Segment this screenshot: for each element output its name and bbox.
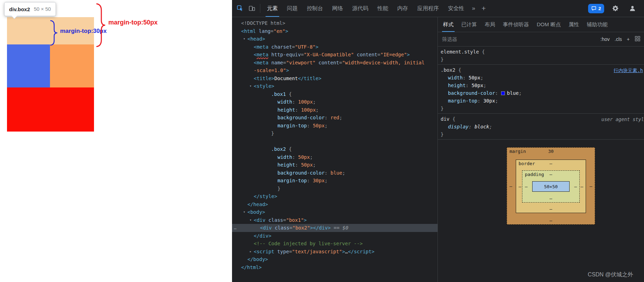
styles-tab-属性[interactable]: 属性 [565, 17, 583, 32]
css-declaration[interactable]: display: block; [438, 123, 644, 131]
css-property-name[interactable]: background-color [448, 90, 495, 96]
dom-tree-line[interactable]: margin-top: 50px; [232, 122, 437, 130]
padding-top-value[interactable]: – [522, 172, 579, 177]
dom-tree-line[interactable]: -scale=1.0"> [232, 66, 437, 75]
expand-arrow-icon[interactable]: ▸ [248, 248, 253, 256]
devtools-tab-元素[interactable]: 元素 [262, 0, 282, 17]
stylesheet-link[interactable]: 行内块元素.h [614, 66, 643, 74]
dom-tree-line[interactable]: <html lang="en"> [232, 27, 437, 35]
dom-tree-line[interactable]: .box2 { [232, 145, 437, 153]
dom-tree-line[interactable]: background-color: blue; [232, 169, 437, 177]
devtools-tab-源代码[interactable]: 源代码 [348, 0, 373, 17]
devtools-tab-安全性[interactable]: 安全性 [443, 0, 469, 17]
styles-tab-布局[interactable]: 布局 [481, 17, 499, 32]
collapse-arrow-icon[interactable]: ▾ [248, 216, 253, 224]
dom-tree-line[interactable]: ▾<body> [232, 208, 437, 216]
box-model-padding[interactable]: padding – – – – 50×50 [522, 170, 580, 203]
css-property-value[interactable]: blue [507, 90, 519, 96]
dom-tree-line[interactable]: background-color: red; [232, 114, 437, 122]
devtools-tab-应用程序[interactable]: 应用程序 [413, 0, 443, 17]
padding-left-value[interactable]: – [525, 184, 528, 189]
css-property-value[interactable]: 50px [469, 75, 480, 80]
dom-tree-line[interactable]: width: 100px; [232, 98, 437, 106]
margin-bottom-value[interactable]: – [507, 218, 595, 223]
add-tool-button[interactable]: + [478, 4, 489, 13]
collapse-arrow-icon[interactable]: ▾ [242, 35, 247, 43]
dom-tree-line[interactable]: ▾<style> [232, 82, 437, 90]
padding-right-value[interactable]: – [574, 184, 577, 189]
border-left-value[interactable]: – [519, 184, 521, 189]
color-swatch[interactable] [501, 91, 505, 95]
devtools-tab-网络[interactable]: 网络 [328, 0, 348, 17]
box1-element[interactable] [7, 87, 94, 132]
styles-tab-事件侦听器[interactable]: 事件侦听器 [499, 17, 533, 32]
dom-tree-line[interactable]: .box1 { [232, 90, 437, 98]
dom-tree-line[interactable]: <!DOCTYPE html> [232, 19, 437, 27]
padding-bottom-value[interactable]: – [522, 196, 579, 201]
dom-tree-line[interactable]: </div> [232, 232, 437, 240]
css-selector[interactable]: element.style [441, 49, 479, 55]
collapse-arrow-icon[interactable]: ▾ [248, 82, 253, 90]
dom-tree-line[interactable]: <!-- Code injected by live-server --> [232, 240, 437, 248]
border-bottom-value[interactable]: – [516, 206, 586, 212]
css-property-value[interactable]: 30px [483, 98, 495, 104]
box1-highlight-region[interactable] [50, 44, 94, 87]
dom-tree-line[interactable] [232, 138, 437, 146]
toggle-pseudo-state-button[interactable]: :hov [600, 36, 609, 42]
more-tabs-button[interactable]: » [469, 5, 478, 12]
inspect-element-icon[interactable] [234, 2, 246, 14]
dom-tree-line-selected[interactable]: …<div class="box2"></div> == $0 [232, 224, 437, 232]
dom-tree-line[interactable]: ▸<script type="text/javascript">…</scrip… [232, 248, 437, 256]
dom-tree-line[interactable]: } [232, 129, 437, 138]
dom-tree-line[interactable]: <meta http-equiv="X-UA-Compatible" conte… [232, 51, 437, 59]
margin-top-value[interactable]: 30 [507, 149, 595, 154]
dom-tree-line[interactable]: height: 50px; [232, 161, 437, 169]
margin-left-value[interactable]: – [509, 183, 512, 189]
dom-tree-line[interactable]: margin-top: 30px; [232, 177, 437, 185]
filter-grid-icon[interactable] [635, 36, 641, 43]
dom-tree-line[interactable]: <meta name="viewport" content="width=dev… [232, 59, 437, 67]
css-declaration[interactable]: background-color: blue; [438, 89, 644, 97]
styles-tab-DOM 断点[interactable]: DOM 断点 [533, 17, 565, 32]
dom-tree-line[interactable]: ▾<head> [232, 35, 437, 43]
collapse-arrow-icon[interactable]: ▾ [242, 208, 247, 216]
feedback-badge[interactable]: 2 [588, 4, 604, 13]
margin-right-value[interactable]: – [589, 183, 592, 189]
dom-tree-line[interactable]: ▾<div class="box1"> [232, 216, 437, 224]
device-toolbar-icon[interactable] [246, 2, 258, 14]
css-property-value[interactable]: block [475, 124, 489, 129]
devtools-tab-问题[interactable]: 问题 [282, 0, 302, 17]
css-property-name[interactable]: margin-top [448, 98, 477, 104]
dom-tree-line[interactable]: width: 50px; [232, 153, 437, 161]
css-property-name[interactable]: width [448, 75, 463, 80]
box-model-margin[interactable]: margin 30 – – – border – – – – padding –… [507, 147, 595, 225]
css-declaration[interactable]: margin-top: 30px; [438, 97, 644, 105]
settings-gear-icon[interactable] [609, 2, 621, 14]
dom-tree-line[interactable]: } [232, 185, 437, 193]
devtools-tab-控制台[interactable]: 控制台 [302, 0, 328, 17]
css-property-name[interactable]: height [448, 83, 466, 88]
styles-tab-样式[interactable]: 样式 [439, 17, 457, 32]
styles-tab-辅助功能[interactable]: 辅助功能 [583, 17, 612, 32]
devtools-tab-性能[interactable]: 性能 [373, 0, 393, 17]
devtools-tab-内存[interactable]: 内存 [393, 0, 413, 17]
dom-tree-line[interactable]: </head> [232, 200, 437, 209]
css-declaration[interactable]: width: 50px; [438, 74, 644, 82]
box-model-content[interactable]: 50×50 [532, 181, 570, 192]
filter-input[interactable] [441, 36, 522, 42]
css-selector[interactable]: div [441, 116, 449, 122]
css-property-value[interactable]: 50px [471, 83, 483, 88]
new-style-rule-button[interactable]: + [627, 36, 630, 42]
dom-tree-line[interactable]: <title>Document</title> [232, 75, 437, 83]
css-declaration[interactable]: height: 50px; [438, 82, 644, 89]
dom-tree-line[interactable]: </html> [232, 263, 437, 272]
box-model-border[interactable]: border – – – – padding – – – – 50×50 [516, 160, 586, 213]
profile-icon[interactable] [627, 2, 638, 14]
box2-element[interactable] [7, 44, 50, 87]
dom-tree-line[interactable]: </body> [232, 255, 437, 263]
toggle-class-button[interactable]: .cls [615, 36, 622, 42]
border-top-value[interactable]: – [516, 161, 586, 166]
css-property-name[interactable]: display [448, 124, 469, 129]
dom-tree-line[interactable]: height: 100px; [232, 106, 437, 114]
styles-tab-已计算[interactable]: 已计算 [457, 17, 481, 32]
